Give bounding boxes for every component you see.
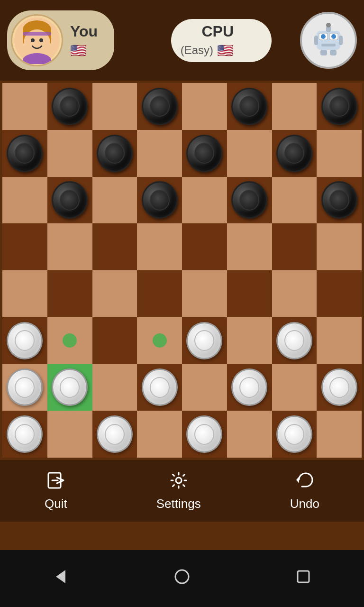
board-cell[interactable] [317,411,362,458]
board-cell[interactable] [92,270,137,317]
board-cell[interactable] [2,130,47,177]
board-cell[interactable] [47,317,92,364]
board-cell[interactable] [272,317,317,364]
checkers-board[interactable] [2,83,362,458]
move-hint[interactable] [153,333,167,348]
board-cell[interactable] [47,223,92,270]
board-cell[interactable] [92,364,137,411]
piece-black[interactable] [7,135,43,172]
board-cell[interactable] [272,223,317,270]
board-cell[interactable] [2,83,47,130]
undo-button[interactable]: Undo [290,471,319,511]
board-cell[interactable] [317,223,362,270]
board-cell[interactable] [137,177,182,224]
piece-white[interactable] [52,368,88,406]
piece-white[interactable] [231,368,267,406]
board-cell[interactable] [317,317,362,364]
board-cell[interactable] [2,223,47,270]
piece-black[interactable] [231,181,267,219]
board-cell[interactable] [272,177,317,224]
board-cell[interactable] [2,411,47,458]
board-cell[interactable] [317,270,362,317]
board-cell[interactable] [317,364,362,411]
piece-white[interactable] [186,415,222,453]
svg-point-13 [331,34,336,39]
board-cell[interactable] [137,223,182,270]
board-cell[interactable] [47,177,92,224]
board-cell[interactable] [227,364,272,411]
settings-button[interactable]: Settings [156,471,201,511]
piece-white[interactable] [186,322,222,359]
board-cell[interactable] [92,177,137,224]
board-cell[interactable] [182,411,227,458]
piece-black[interactable] [142,181,178,219]
board-cell[interactable] [182,317,227,364]
board-cell[interactable] [137,130,182,177]
board-cell[interactable] [47,364,92,411]
board-cell[interactable] [137,411,182,458]
piece-white[interactable] [321,368,357,406]
recent-apps-button[interactable] [295,568,312,589]
board-cell[interactable] [227,83,272,130]
board-cell[interactable] [47,83,92,130]
board-cell[interactable] [317,177,362,224]
board-cell[interactable] [182,83,227,130]
piece-black[interactable] [186,135,222,172]
board-cell[interactable] [2,364,47,411]
board-cell[interactable] [317,130,362,177]
piece-white[interactable] [7,415,43,453]
piece-inner [150,190,170,211]
board-cell[interactable] [227,223,272,270]
board-cell[interactable] [137,83,182,130]
board-cell[interactable] [272,130,317,177]
board-cell[interactable] [227,411,272,458]
board-cell[interactable] [2,317,47,364]
piece-black[interactable] [52,88,88,125]
quit-button[interactable]: Quit [45,471,67,511]
piece-black[interactable] [97,135,133,172]
board-cell[interactable] [92,223,137,270]
board-cell[interactable] [2,270,47,317]
board-cell[interactable] [47,270,92,317]
board-cell[interactable] [317,83,362,130]
board-cell[interactable] [92,411,137,458]
piece-black[interactable] [142,88,178,125]
board-cell[interactable] [92,317,137,364]
board-cell[interactable] [47,411,92,458]
board-cell[interactable] [182,130,227,177]
svg-point-26 [175,570,189,583]
board-cell[interactable] [92,130,137,177]
home-button[interactable] [173,568,191,589]
board-cell[interactable] [227,130,272,177]
move-hint[interactable] [63,333,77,348]
piece-white[interactable] [97,415,133,453]
board-cell[interactable] [182,177,227,224]
board-cell[interactable] [272,364,317,411]
board-cell[interactable] [272,411,317,458]
piece-white[interactable] [276,415,312,453]
piece-black[interactable] [321,181,357,219]
board-cell[interactable] [227,177,272,224]
piece-white[interactable] [7,368,43,406]
board-cell[interactable] [137,317,182,364]
piece-white[interactable] [276,322,312,359]
piece-black[interactable] [276,135,312,172]
board-cell[interactable] [272,270,317,317]
board-cell[interactable] [227,270,272,317]
board-cell[interactable] [47,130,92,177]
piece-white[interactable] [142,368,178,406]
board-cell[interactable] [137,270,182,317]
board-cell[interactable] [272,83,317,130]
board-cell[interactable] [137,364,182,411]
piece-white[interactable] [7,322,43,359]
board-cell[interactable] [92,83,137,130]
board-cell[interactable] [182,364,227,411]
board-cell[interactable] [182,223,227,270]
piece-black[interactable] [231,88,267,125]
piece-black[interactable] [321,88,357,125]
board-cell[interactable] [182,270,227,317]
board-cell[interactable] [227,317,272,364]
board-cell[interactable] [2,177,47,224]
piece-black[interactable] [52,181,88,219]
back-button[interactable] [52,568,69,589]
